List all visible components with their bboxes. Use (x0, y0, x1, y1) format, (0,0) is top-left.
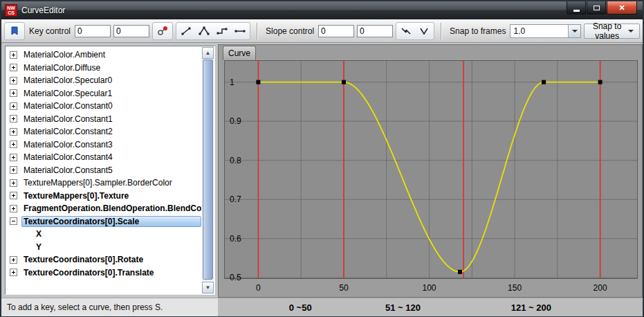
tree-item[interactable]: MaterialColor.Constant4 (6, 151, 201, 164)
scrollbar-thumb[interactable] (203, 60, 213, 280)
maximize-button[interactable] (587, 1, 606, 15)
toolbar-separator (257, 23, 258, 39)
curve-key[interactable] (256, 80, 260, 84)
expand-icon[interactable] (10, 141, 17, 148)
key-value-input[interactable] (113, 25, 149, 37)
expand-icon[interactable] (10, 64, 17, 71)
expand-icon[interactable] (10, 89, 17, 97)
tree-item-label: MaterialColor.Constant0 (21, 100, 201, 111)
tree-item[interactable]: TextureCoordinators[0].Rotate (6, 253, 201, 266)
key-control-label: Key control (29, 26, 71, 36)
expand-icon[interactable] (10, 77, 17, 84)
add-key-button[interactable] (154, 24, 172, 38)
expand-icon[interactable] (10, 205, 17, 212)
slope-line-button[interactable] (397, 24, 415, 38)
expand-icon[interactable] (10, 192, 17, 199)
x-tick-label: 50 (339, 283, 349, 293)
tree-item-label: TextureMappers[0].Sampler.BorderColor (21, 177, 201, 188)
y-tick-label: 0.9 (230, 116, 241, 126)
tree-item[interactable]: MaterialColor.Constant5 (6, 164, 201, 177)
expand-icon[interactable] (10, 269, 17, 276)
expand-icon[interactable] (10, 256, 17, 264)
tree-item[interactable]: TextureCoordinators[0].Scale (6, 215, 201, 228)
tree-item[interactable]: TextureMappers[0].Texture (6, 190, 201, 203)
curve-chart[interactable]: 10.90.80.70.60.5050100150200 (224, 60, 638, 297)
curve-key[interactable] (458, 270, 462, 274)
y-tick-label: 0.6 (230, 234, 241, 244)
step-segment-button[interactable] (213, 24, 231, 38)
curve-key[interactable] (598, 80, 602, 84)
close-icon: ✕ (618, 3, 625, 12)
scroll-down-button[interactable]: ▼ (202, 282, 214, 293)
logo-line1: NW (7, 6, 15, 10)
expand-icon[interactable] (10, 51, 17, 59)
add-key-icon (157, 26, 168, 37)
tree-item[interactable]: MaterialColor.Specular0 (6, 74, 201, 87)
tree-item[interactable]: MaterialColor.Diffuse (6, 62, 201, 75)
x-tick-label: 100 (423, 283, 436, 293)
chevron-down-icon (572, 30, 578, 33)
curve-section-label: 121 ~ 200 (511, 302, 551, 313)
arrow-down-icon: ▼ (205, 284, 211, 291)
tree-item[interactable]: TextureMappers[0].Sampler.BorderColor (6, 176, 201, 190)
tree-item-label: MaterialColor.Constant5 (21, 165, 201, 176)
key-flag-icon (9, 26, 20, 37)
expand-icon[interactable] (10, 102, 17, 110)
key-frame-input[interactable] (75, 25, 111, 37)
tree-item[interactable]: Y (6, 241, 201, 254)
tree-item-label: MaterialColor.Ambient (21, 49, 201, 60)
key-mode-button[interactable] (6, 24, 24, 38)
segment-type-group (176, 22, 250, 40)
tree-item[interactable]: MaterialColor.Specular1 (6, 87, 201, 100)
peak-segment-button[interactable] (195, 24, 213, 38)
linear-segment-button[interactable] (177, 24, 195, 38)
curve-section-label: 0 ~50 (289, 302, 312, 313)
tree-item-label: TextureMappers[0].Texture (21, 190, 201, 201)
plot-area[interactable] (225, 61, 638, 279)
tree-item-label: MaterialColor.Specular0 (21, 75, 201, 86)
tree-item-label: MaterialColor.Diffuse (21, 62, 201, 73)
tree-item[interactable]: X (6, 228, 201, 241)
expand-icon[interactable] (10, 154, 17, 161)
window-title: CurveEditor (21, 6, 65, 15)
collapse-icon[interactable] (10, 217, 17, 225)
window-controls: ✕ (566, 1, 637, 15)
y-tick-label: 1 (230, 78, 234, 87)
slope-v-button[interactable] (415, 24, 433, 38)
peak-segment-icon (199, 26, 210, 37)
tree-item[interactable]: MaterialColor.Ambient (6, 48, 201, 62)
tree-item[interactable]: MaterialColor.Constant0 (6, 100, 201, 113)
snap-to-frames-select[interactable]: 1.0 (510, 24, 581, 38)
slope-type-group (396, 22, 434, 40)
curve-key[interactable] (342, 80, 346, 84)
curve-key[interactable] (542, 80, 546, 84)
tree-item-label: MaterialColor.Constant1 (21, 114, 201, 125)
tree-item[interactable]: MaterialColor.Constant1 (6, 113, 201, 126)
tree-item[interactable]: TextureCoordinators[0].Translate (6, 266, 201, 280)
logo-line2: CS (8, 10, 15, 15)
snap-to-frames-label: Snap to frames (450, 26, 506, 36)
minimize-button[interactable] (567, 1, 586, 15)
tree-item-label: MaterialColor.Constant2 (21, 126, 201, 137)
combo-dropdown-button[interactable] (568, 25, 580, 37)
expand-icon[interactable] (10, 179, 17, 187)
tab-curve[interactable]: Curve (223, 46, 256, 60)
slope-in-input[interactable] (318, 25, 354, 37)
tree-scrollbar[interactable]: ▲ ▼ (202, 47, 214, 293)
flat-segment-button[interactable] (231, 24, 249, 38)
slope-out-input[interactable] (357, 25, 393, 37)
tree-item[interactable]: MaterialColor.Constant3 (6, 138, 201, 152)
arrow-up-icon: ▲ (205, 50, 211, 56)
expand-icon[interactable] (10, 115, 17, 123)
app-logo-icon: NW CS (5, 4, 17, 17)
tree-item-label: MaterialColor.Specular1 (21, 88, 201, 99)
expand-icon[interactable] (10, 166, 17, 174)
tree-item[interactable]: FragmentOperation.BlendOperation.BlendCo (6, 202, 201, 215)
close-button[interactable]: ✕ (607, 1, 637, 15)
snap-to-values-button[interactable]: Snap to values (584, 24, 640, 39)
x-tick-label: 150 (508, 283, 522, 293)
tree-item[interactable]: MaterialColor.Constant2 (6, 125, 201, 138)
scroll-up-button[interactable]: ▲ (202, 47, 214, 59)
slope-line-icon (401, 26, 412, 37)
expand-icon[interactable] (10, 128, 17, 136)
